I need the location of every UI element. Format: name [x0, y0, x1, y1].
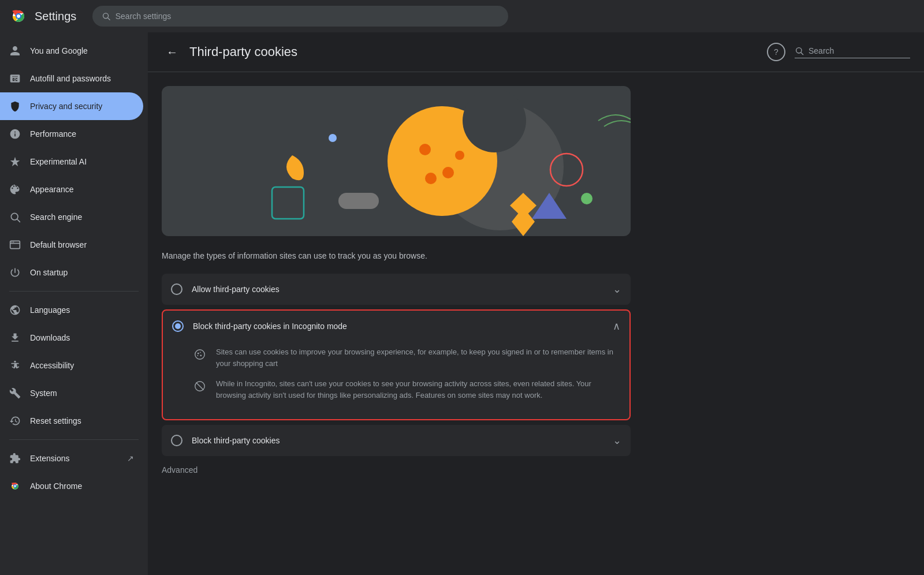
sidebar-item-privacy[interactable]: Privacy and security: [0, 92, 143, 120]
person-icon: [9, 45, 21, 57]
sidebar-item-you-and-google[interactable]: You and Google: [0, 37, 143, 65]
sidebar: You and Google Autofill and passwords Pr…: [0, 32, 148, 575]
svg-point-22: [442, 167, 454, 178]
content-header-right: ?: [767, 43, 910, 61]
search-engine-icon: [9, 211, 21, 223]
sidebar-label: Downloads: [30, 333, 70, 342]
sidebar-divider-2: [9, 439, 139, 440]
sidebar-label: Default browser: [30, 240, 87, 249]
option-block-label: Block third-party cookies: [192, 436, 280, 445]
back-button[interactable]: ←: [162, 42, 182, 62]
option-incognito-header[interactable]: Block third-party cookies in Incognito m…: [163, 311, 629, 342]
option-block-header[interactable]: Block third-party cookies ⌄: [162, 425, 631, 456]
option-incognito-left: Block third-party cookies in Incognito m…: [172, 320, 347, 332]
svg-point-38: [197, 355, 198, 356]
advanced-section-label: Advanced: [162, 465, 631, 475]
svg-point-11: [14, 361, 16, 363]
external-link-icon: ↗: [127, 454, 134, 463]
sidebar-item-performance[interactable]: Performance: [0, 120, 143, 148]
sidebar-label: You and Google: [30, 46, 88, 55]
sparkle-icon: [9, 156, 21, 167]
wrench-icon: [9, 387, 21, 399]
app-title: Settings: [35, 10, 76, 23]
option-allow-label: Allow third-party cookies: [192, 285, 280, 294]
search-input[interactable]: [116, 12, 500, 21]
sidebar-label: Accessibility: [30, 361, 74, 370]
content-header: ← Third-party cookies ?: [148, 32, 924, 72]
content-area: ← Third-party cookies ?: [148, 32, 924, 575]
option-block-left: Block third-party cookies: [171, 435, 280, 446]
option-block-incognito: Block third-party cookies in Incognito m…: [162, 309, 631, 420]
svg-point-24: [455, 151, 464, 160]
svg-point-9: [12, 242, 13, 243]
svg-line-16: [801, 53, 803, 55]
search-icon: [795, 46, 804, 55]
sidebar-label: System: [30, 389, 57, 398]
sidebar-item-extensions[interactable]: Extensions ↗: [0, 445, 143, 472]
chevron-down-icon: ⌄: [613, 283, 621, 296]
option-block-all: Block third-party cookies ⌄: [162, 425, 631, 456]
topbar: Settings: [0, 0, 924, 32]
shield-icon: [9, 100, 21, 112]
sidebar-label: Search engine: [30, 212, 82, 222]
sidebar-label: Appearance: [30, 185, 74, 194]
svg-point-21: [419, 144, 431, 155]
palette-icon: [9, 184, 21, 195]
badge-icon: [9, 73, 21, 84]
radio-block-all[interactable]: [171, 435, 182, 446]
sidebar-item-about-chrome[interactable]: About Chrome: [0, 472, 143, 500]
svg-rect-26: [338, 193, 379, 209]
topbar-search[interactable]: [92, 6, 508, 27]
globe-icon: [9, 304, 21, 316]
block-detail-icon: [193, 379, 207, 393]
sidebar-label: Performance: [30, 129, 76, 139]
sidebar-item-default-browser[interactable]: Default browser: [0, 231, 143, 259]
sidebar-item-search-engine[interactable]: Search engine: [0, 203, 143, 231]
option-allow-left: Allow third-party cookies: [171, 283, 280, 295]
accessibility-icon: [9, 360, 21, 371]
download-icon: [9, 332, 21, 343]
sidebar-item-on-startup[interactable]: On startup: [0, 259, 143, 286]
svg-point-2: [17, 14, 20, 18]
svg-line-4: [108, 18, 110, 20]
speed-icon: [9, 128, 21, 140]
sidebar-item-autofill[interactable]: Autofill and passwords: [0, 65, 143, 92]
detail-text-2: While in Incognito, sites can't use your…: [216, 378, 620, 401]
sidebar-item-system[interactable]: System: [0, 379, 143, 407]
sidebar-item-downloads[interactable]: Downloads: [0, 324, 143, 352]
content-header-left: ← Third-party cookies: [162, 42, 297, 62]
search-icon: [102, 12, 110, 21]
option-allow-header[interactable]: Allow third-party cookies ⌄: [162, 274, 631, 305]
header-search-box[interactable]: [795, 46, 910, 58]
sidebar-item-languages[interactable]: Languages: [0, 296, 143, 324]
sidebar-label: Languages: [30, 305, 70, 315]
sidebar-label: About Chrome: [30, 481, 82, 491]
radio-incognito[interactable]: [172, 320, 184, 332]
svg-point-23: [425, 173, 437, 184]
cookie-illustration: [162, 86, 631, 236]
sidebar-label: Experimental AI: [30, 157, 87, 166]
page-title: Third-party cookies: [189, 44, 297, 59]
sidebar-label: Privacy and security: [30, 102, 102, 111]
detail-item-1: Sites can use cookies to improve your br…: [193, 346, 620, 369]
chevron-down-icon-2: ⌄: [613, 434, 621, 447]
power-icon: [9, 267, 21, 278]
svg-point-20: [463, 89, 526, 152]
detail-text-1: Sites can use cookies to improve your br…: [216, 346, 620, 369]
svg-point-25: [329, 134, 337, 142]
cookie-detail-icon: [193, 348, 207, 361]
puzzle-icon: [9, 453, 21, 464]
option-incognito-details: Sites can use cookies to improve your br…: [163, 342, 629, 419]
sidebar-label: Autofill and passwords: [30, 74, 111, 83]
svg-line-40: [196, 382, 203, 390]
header-search-input[interactable]: [808, 46, 910, 55]
option-allow-cookies: Allow third-party cookies ⌄: [162, 274, 631, 305]
sidebar-label: Reset settings: [30, 416, 81, 425]
sidebar-item-experimental-ai[interactable]: Experimental AI: [0, 148, 143, 176]
sidebar-item-reset[interactable]: Reset settings: [0, 407, 143, 435]
sidebar-item-accessibility[interactable]: Accessibility: [0, 352, 143, 379]
sidebar-item-appearance[interactable]: Appearance: [0, 176, 143, 203]
radio-allow[interactable]: [171, 283, 182, 295]
main-layout: You and Google Autofill and passwords Pr…: [0, 32, 924, 575]
help-button[interactable]: ?: [767, 43, 785, 61]
